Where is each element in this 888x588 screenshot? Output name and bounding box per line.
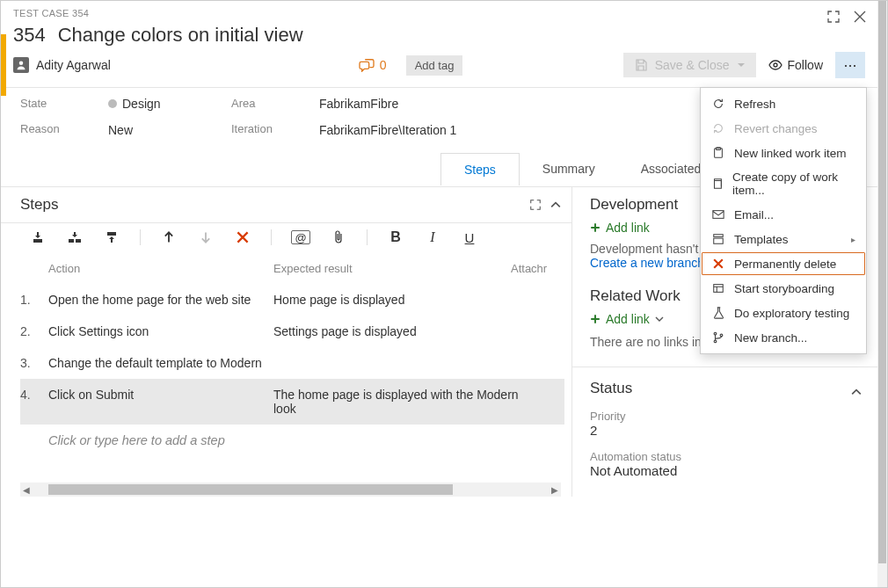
collapse-chevron-icon[interactable] [851,387,862,397]
add-tag-button[interactable]: Add tag [406,55,463,76]
svg-rect-3 [69,239,74,243]
state-label: State [20,97,73,110]
menu-email[interactable]: Email... [701,202,866,227]
chevron-down-icon [737,61,746,69]
expand-icon[interactable] [529,199,542,211]
menu-new-branch[interactable]: New branch... [701,325,866,350]
iteration-label: Iteration [231,122,284,135]
comments-count[interactable]: 0 [359,58,387,72]
step-row[interactable]: 1. Open the home page for the web site H… [20,284,564,316]
priority-label: Priority [590,410,862,423]
assignee-row: Adity Agarwal 0 Add tag Save & Close [1,47,877,87]
svg-point-13 [714,332,717,335]
automation-status-value[interactable]: Not Automated [590,463,862,478]
menu-permanently-delete[interactable]: Permanently delete [701,251,866,276]
step-action[interactable]: Open the home page for the web site [48,293,273,307]
flask-icon [711,306,725,320]
step-action[interactable]: Click on Submit [48,388,273,402]
menu-templates[interactable]: Templates ▸ [701,227,866,251]
header: TEST CASE 354 354 Change colors on initi… [1,1,877,47]
storyboard-icon [711,281,725,295]
work-item-id: 354 [13,24,46,47]
comments-number: 0 [380,58,387,72]
svg-rect-9 [713,211,724,219]
bold-icon[interactable]: B [387,229,404,246]
scroll-right-icon[interactable]: ▶ [549,483,561,497]
step-expected[interactable]: Home page is displayed [273,293,537,307]
area-value[interactable]: FabrikamFibre [319,97,456,111]
priority-value[interactable]: 2 [590,423,862,438]
ellipsis-icon: ··· [843,56,856,75]
tab-summary[interactable]: Summary [520,153,618,185]
menu-revert[interactable]: Revert changes [701,116,866,141]
svg-rect-4 [76,239,81,243]
eye-icon [768,58,782,72]
fullscreen-icon[interactable] [825,8,842,25]
follow-button[interactable]: Follow [765,53,826,77]
param-at-icon[interactable]: @ [291,230,310,244]
undo-icon [711,121,725,135]
iteration-value[interactable]: FabrikamFibre\Iteration 1 [319,123,456,137]
collapse-chevron-icon[interactable] [550,200,561,210]
underline-icon[interactable]: U [461,229,478,246]
work-item-title[interactable]: Change colors on initial view [58,24,303,47]
move-down-icon [197,229,215,246]
col-expected-header: Expected result [273,262,511,275]
col-attachments-header: Attachr [511,262,571,275]
step-row[interactable]: 3. Change the default template to Modern [20,347,564,379]
reason-value[interactable]: New [108,123,196,137]
svg-rect-11 [714,238,724,243]
steps-table: 1. Open the home page for the web site H… [20,284,571,456]
scroll-left-icon[interactable]: ◀ [20,483,33,497]
insert-param-icon[interactable] [103,229,120,246]
svg-rect-5 [107,232,116,236]
more-actions-button[interactable]: ··· [835,52,865,78]
comment-icon [359,58,375,72]
step-action[interactable]: Click Settings icon [48,324,273,338]
menu-create-copy[interactable]: Create copy of work item... [701,165,866,202]
svg-point-15 [720,334,723,337]
step-expected[interactable]: The home page is displayed with the Mode… [273,388,537,416]
delete-x-icon [711,257,725,271]
insert-shared-step-icon[interactable] [66,229,84,246]
add-step-placeholder[interactable]: Click or type here to add a step [20,425,564,456]
assignee-field[interactable]: Adity Agarwal [13,57,111,73]
save-and-close-button: Save & Close [623,53,756,77]
menu-refresh[interactable]: Refresh [701,91,866,116]
work-item-color-bar [1,34,6,96]
steps-section-title: Steps [20,196,58,214]
italic-icon[interactable]: I [424,229,441,246]
close-icon[interactable] [851,8,869,25]
step-row[interactable]: 4. Click on Submit The home page is disp… [20,379,564,425]
vertical-scrollbar[interactable] [877,1,887,587]
svg-rect-8 [715,181,722,189]
state-value[interactable]: Design [108,97,196,111]
state-dot-icon [108,99,117,108]
menu-new-linked[interactable]: New linked work item [701,141,866,165]
menu-storyboarding[interactable]: Start storyboarding [701,276,866,301]
create-branch-link[interactable]: Create a new branch [590,256,704,270]
automation-status-label: Automation status [590,450,862,463]
menu-exploratory[interactable]: Do exploratory testing [701,301,866,325]
move-up-icon[interactable] [160,229,178,246]
step-row[interactable]: 2. Click Settings icon Settings page is … [20,316,564,347]
steps-toolbar: @ B I U [20,223,571,257]
plus-icon [590,314,600,324]
assignee-name: Adity Agarwal [36,58,111,72]
tab-steps[interactable]: Steps [440,153,520,185]
attachment-icon[interactable] [330,229,347,246]
step-expected[interactable]: Settings page is displayed [273,324,537,338]
development-title: Development [590,196,678,214]
plus-icon [590,222,600,233]
refresh-icon [711,97,725,111]
scroll-thumb[interactable] [878,1,886,563]
person-icon [13,57,29,73]
svg-point-0 [19,62,24,66]
scroll-thumb[interactable] [48,484,453,495]
step-action[interactable]: Change the default template to Modern [48,356,273,370]
area-label: Area [231,97,284,110]
svg-point-14 [714,340,717,343]
delete-step-icon[interactable] [234,229,251,246]
horizontal-scrollbar[interactable]: ◀ ▶ [20,483,561,497]
insert-step-icon[interactable] [29,229,47,246]
